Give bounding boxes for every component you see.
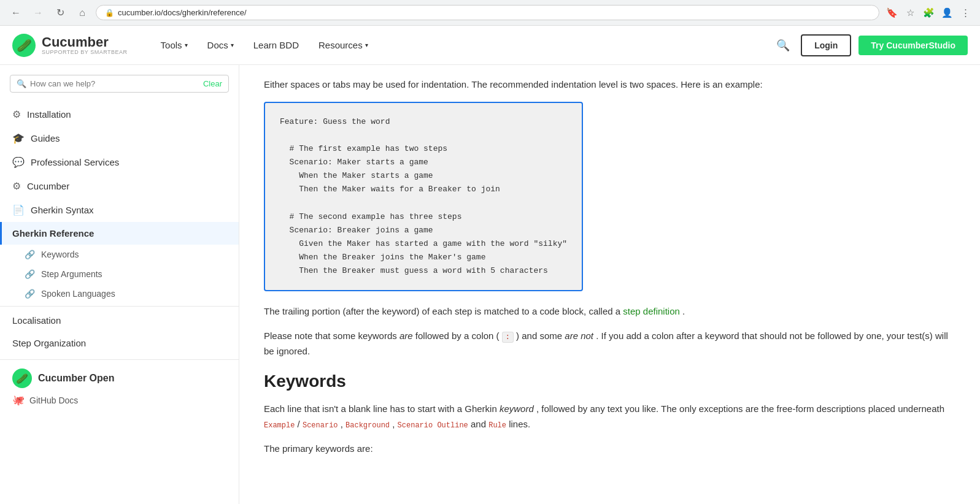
search-input[interactable] [30, 79, 199, 88]
cucumber-open-item[interactable]: 🥒 Cucumber Open [12, 368, 226, 388]
code-example-block: Feature: Guess the word # The first exam… [264, 102, 583, 291]
para2-start: Please note that some keywords [264, 330, 399, 341]
nav-tools[interactable]: Tools ▾ [152, 35, 196, 55]
keyword-scenario-tag: Scenario [303, 421, 338, 430]
para2-mid2: ) and some [516, 330, 565, 341]
profile-icon[interactable]: 👤 [939, 6, 954, 20]
search-icon: 🔍 [17, 79, 26, 88]
keywords-link-icon: 🔗 [25, 250, 35, 259]
browser-chrome: ← → ↻ ⌂ 🔒 cucumber.io/docs/gherkin/refer… [0, 0, 980, 26]
bookmark-icon[interactable]: 🔖 [884, 6, 899, 20]
search-button[interactable]: 🔍 [773, 35, 793, 56]
menu-icon[interactable]: ⋮ [958, 6, 973, 20]
keywords-mid: , followed by any text you like. The onl… [536, 403, 944, 414]
logo-subtitle: Supported by SMARTBEAR [42, 49, 128, 55]
address-bar[interactable]: 🔒 cucumber.io/docs/gherkin/reference/ [96, 5, 879, 20]
extensions-icon[interactable]: 🧩 [921, 6, 936, 20]
cucumber-open-icon: 🥒 [12, 368, 32, 388]
sidebar: 🔍 Clear ⚙ Installation 🎓 Guides 💬 Profes… [0, 65, 239, 504]
sidebar-sub-item-spoken-languages[interactable]: 🔗 Spoken Languages [0, 284, 239, 304]
sidebar-sub-item-step-arguments[interactable]: 🔗 Step Arguments [0, 264, 239, 284]
keyword-example-tag: Example [264, 421, 295, 430]
nav-learn-bdd[interactable]: Learn BDD [245, 35, 307, 55]
keyword-comma1: , [341, 419, 345, 429]
sidebar-item-localisation[interactable]: Localisation [0, 309, 239, 332]
sidebar-item-professional-services[interactable]: 💬 Professional Services [0, 150, 239, 174]
forward-button[interactable]: → [29, 4, 47, 21]
para1-after: . [682, 306, 685, 316]
sidebar-bottom: 🥒 Cucumber Open 🐙 GitHub Docs [0, 359, 239, 421]
para2-mid1: followed by a colon ( [415, 330, 500, 341]
main-layout: 🔍 Clear ⚙ Installation 🎓 Guides 💬 Profes… [0, 65, 980, 504]
colon-code: : [502, 332, 514, 343]
para1-before: The trailing portion (after the keyword)… [264, 306, 623, 316]
installation-icon: ⚙ [12, 109, 21, 120]
back-button[interactable]: ← [7, 4, 25, 21]
spoken-languages-link-icon: 🔗 [25, 289, 35, 299]
docs-chevron-icon: ▾ [231, 42, 234, 48]
keywords-end: lines. [509, 419, 530, 429]
code-example: Feature: Guess the word # The first exam… [280, 115, 567, 278]
header-actions: 🔍 Login Try CucumberStudio [773, 34, 968, 56]
gherkin-icon: 📄 [12, 204, 25, 216]
step-definition-link[interactable]: step definition [623, 306, 680, 316]
sidebar-item-gherkin-syntax[interactable]: 📄 Gherkin Syntax [0, 198, 239, 222]
refresh-button[interactable]: ↻ [52, 4, 69, 21]
nav-resources[interactable]: Resources ▾ [310, 35, 377, 55]
login-button[interactable]: Login [801, 34, 851, 56]
sidebar-item-cucumber[interactable]: ⚙ Cucumber [0, 174, 239, 198]
star-icon[interactable]: ☆ [903, 6, 917, 20]
keyword-scenario-outline-tag: Scenario Outline [398, 421, 468, 430]
cucumber-nav-icon: ⚙ [12, 180, 21, 192]
browser-actions: 🔖 ☆ 🧩 👤 ⋮ [884, 6, 973, 20]
home-button[interactable]: ⌂ [74, 4, 91, 21]
resources-chevron-icon: ▾ [365, 42, 368, 48]
professional-services-icon: 💬 [12, 156, 25, 168]
search-box[interactable]: 🔍 Clear [10, 75, 229, 93]
main-nav: Tools ▾ Docs ▾ Learn BDD Resources ▾ [152, 35, 377, 55]
primary-keywords-label: The primary keywords are: [264, 441, 955, 457]
logo-title: Cucumber [42, 36, 128, 49]
keyword-slash1: / [298, 419, 303, 429]
sidebar-item-gherkin-reference[interactable]: Gherkin Reference [0, 222, 239, 245]
keyword-italic: keyword [500, 403, 534, 414]
logo-icon: 🥒 [12, 34, 36, 57]
tools-chevron-icon: ▾ [185, 42, 188, 48]
keyword-background-tag: Background [345, 421, 390, 430]
step-definition-para: The trailing portion (after the keyword)… [264, 304, 955, 319]
nav-docs[interactable]: Docs ▾ [199, 35, 242, 55]
divider [0, 306, 239, 307]
keywords-para-start: Each line that isn't a blank line has to… [264, 403, 500, 414]
sidebar-item-step-organization[interactable]: Step Organization [0, 332, 239, 354]
keyword-rule-tag: Rule [488, 421, 506, 430]
guides-icon: 🎓 [12, 132, 25, 144]
para2-italic1: are [399, 330, 413, 341]
sidebar-item-github-docs[interactable]: 🐙 GitHub Docs [12, 388, 226, 412]
keywords-note-para: Please note that some keywords are follo… [264, 328, 955, 359]
keywords-para: Each line that isn't a blank line has to… [264, 401, 955, 432]
keyword-comma2: , [392, 419, 397, 429]
intro-text: Either spaces or tabs may be used for in… [264, 77, 955, 92]
search-clear-button[interactable]: Clear [203, 79, 222, 88]
github-icon: 🐙 [12, 394, 25, 406]
try-button[interactable]: Try CucumberStudio [858, 36, 968, 55]
keyword-and: and [471, 419, 488, 429]
keywords-heading: Keywords [264, 372, 955, 391]
para2-italic2: are not [565, 330, 593, 341]
site-header: 🥒 Cucumber Supported by SMARTBEAR Tools … [0, 26, 980, 65]
sidebar-item-installation[interactable]: ⚙ Installation [0, 102, 239, 126]
step-arguments-link-icon: 🔗 [25, 269, 35, 279]
url-text: cucumber.io/docs/gherkin/reference/ [118, 8, 247, 17]
lock-icon: 🔒 [105, 9, 114, 17]
cucumber-open-label: Cucumber Open [38, 373, 114, 384]
logo[interactable]: 🥒 Cucumber Supported by SMARTBEAR [12, 34, 128, 57]
logo-text: Cucumber Supported by SMARTBEAR [42, 36, 128, 55]
content-area: Either spaces or tabs may be used for in… [239, 65, 980, 504]
sidebar-item-guides[interactable]: 🎓 Guides [0, 126, 239, 150]
sidebar-sub-item-keywords[interactable]: 🔗 Keywords [0, 245, 239, 264]
